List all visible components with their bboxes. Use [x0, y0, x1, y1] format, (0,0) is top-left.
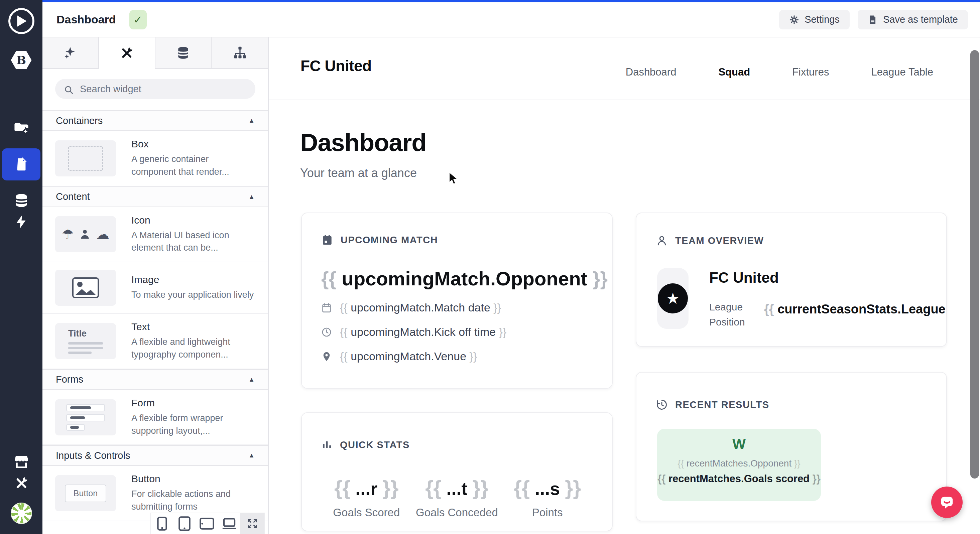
binding-close-brace: }}: [794, 458, 800, 469]
binding-open-brace: {{: [321, 268, 336, 289]
widget-description: To make your application lively: [131, 289, 255, 301]
binding-open-brace: {{: [334, 476, 350, 499]
icon-thumbnail: ☂ ☁: [55, 216, 116, 252]
builder-left-rail: B: [0, 0, 43, 534]
sparkles-icon: [63, 45, 78, 60]
tablet-icon: [178, 516, 191, 531]
widget-description: A generic container component that rende…: [131, 153, 255, 178]
opponent-binding: {{ upcomingMatch.Opponent }}: [321, 267, 593, 290]
storefront-icon: [13, 454, 29, 470]
binding-open-brace: {{: [340, 326, 348, 338]
binding-text: upcomingMatch.Kick off time: [351, 326, 496, 338]
widget-info: Image To make your application lively: [131, 274, 255, 301]
league-position-label: League Position: [709, 299, 756, 329]
stat-value: ...t: [447, 478, 468, 499]
binding-open-brace: {{: [657, 473, 665, 485]
budibase-logo[interactable]: B: [0, 49, 43, 71]
section-header-inputs-controls[interactable]: Inputs & Controls ▲: [43, 445, 268, 466]
rail-bottom-group: [0, 451, 43, 534]
stat-goals-scored: {{ ...r }} Goals Scored: [321, 476, 412, 519]
nav-link-league-table[interactable]: League Table: [871, 66, 933, 78]
section-title: Inputs & Controls: [56, 450, 248, 461]
widget-item-box[interactable]: Box A generic container component that r…: [43, 131, 268, 186]
save-as-template-button[interactable]: Save as template: [858, 10, 968, 29]
widget-description: For clickable actions and submitting for…: [131, 488, 255, 513]
stat-value: ...s: [535, 478, 560, 499]
app-name: FC United: [301, 57, 372, 75]
gear-icon: [789, 15, 799, 25]
tools-tab-icon: [119, 46, 134, 60]
score-binding: {{ recentMatches.Goals scored }}: [657, 473, 821, 485]
form-thumbnail: [55, 399, 116, 435]
widget-item-image[interactable]: Image To make your application lively: [43, 262, 268, 314]
binding-close-brace: }}: [469, 350, 477, 362]
cloud-icon: ☁: [96, 227, 109, 242]
image-icon: [72, 277, 99, 299]
card-team-overview[interactable]: TEAM OVERVIEW ★ FC United League Positio…: [636, 213, 947, 347]
rail-item-design-active[interactable]: [2, 148, 40, 180]
card-recent-results[interactable]: RECENT RESULTS W {{ recentMatches.Oppone…: [636, 372, 947, 521]
builder-top-bar: Dashboard ✓ Settings: [43, 2, 980, 37]
app-preview-canvas: FC United Dashboard Squad Fixtures Leagu…: [269, 37, 980, 534]
user-avatar[interactable]: [11, 502, 32, 524]
device-tablet-landscape-button[interactable]: [196, 513, 218, 534]
rail-item-apps[interactable]: [0, 118, 43, 139]
collapse-triangle-icon: ▲: [248, 193, 255, 200]
nav-link-squad[interactable]: Squad: [718, 66, 750, 78]
rail-item-automations[interactable]: [0, 211, 43, 233]
binding-open-brace: {{: [425, 476, 441, 499]
rail-item-data[interactable]: [0, 190, 43, 211]
canvas-scrollbar[interactable]: [970, 50, 979, 478]
widget-info: Icon A Material UI based icon element th…: [131, 215, 255, 254]
widget-item-text[interactable]: Title Text A flexible and lightweight ty…: [43, 314, 268, 369]
widget-info: Text A flexible and lightweight typograp…: [131, 321, 255, 361]
section-header-content[interactable]: Content ▲: [43, 186, 268, 207]
result-letter: W: [657, 436, 821, 452]
tab-ai[interactable]: [43, 37, 99, 69]
widget-name: Image: [131, 274, 255, 285]
section-header-containers[interactable]: Containers ▲: [43, 110, 268, 131]
device-tablet-button[interactable]: [173, 513, 196, 534]
panel-tabs: [43, 37, 268, 69]
tab-widgets-active[interactable]: [99, 37, 156, 69]
widget-item-form[interactable]: Form A flexible form wrapper supporting …: [43, 390, 268, 445]
binding-text: upcomingMatch.Opponent: [342, 268, 587, 289]
tab-structure[interactable]: [212, 37, 268, 69]
section-title: Containers: [56, 115, 248, 126]
card-upcoming-match[interactable]: UPCOMING MATCH {{ upcomingMatch.Opponent…: [301, 213, 612, 389]
device-fullscreen-button[interactable]: [240, 513, 264, 534]
widget-item-icon[interactable]: ☂ ☁ Icon A Material UI based icon elemen…: [43, 207, 268, 263]
binding-open-brace: {{: [764, 302, 774, 316]
device-laptop-button[interactable]: [218, 513, 240, 534]
section-header-forms[interactable]: Forms ▲: [43, 369, 268, 390]
settings-button[interactable]: Settings: [779, 10, 850, 29]
location-pin-icon: [321, 351, 332, 362]
search-input[interactable]: [55, 79, 255, 99]
collapse-triangle-icon: ▲: [248, 117, 255, 124]
bar-chart-icon: [321, 439, 332, 450]
device-phone-button[interactable]: [151, 513, 173, 534]
image-thumbnail: [55, 270, 116, 306]
binding-close-brace: }}: [493, 301, 501, 314]
binding-text: recentMatches.Opponent: [687, 458, 791, 469]
binding-close-brace: }}: [473, 476, 488, 499]
nav-link-fixtures[interactable]: Fixtures: [792, 66, 829, 78]
widget-name: Text: [131, 321, 255, 332]
team-badge: ★: [658, 283, 688, 313]
league-position-binding: {{ currentSeasonStats.League position }}: [764, 302, 947, 316]
rail-item-settings-tools[interactable]: [0, 472, 43, 494]
topbar-actions: Settings Save as template: [779, 10, 968, 29]
stat-value: ...r: [355, 478, 377, 499]
form-thumb-graphic: [66, 404, 105, 431]
binding-close-brace: }}: [382, 476, 398, 499]
rail-item-plugins[interactable]: [0, 451, 43, 472]
phone-icon: [157, 517, 167, 531]
fullscreen-arrows-icon: [246, 517, 259, 530]
nav-link-dashboard[interactable]: Dashboard: [626, 66, 676, 78]
text-line: [68, 347, 103, 349]
tab-data-sources[interactable]: [156, 37, 212, 69]
text-line: [68, 351, 92, 354]
chat-launcher-button[interactable]: [931, 486, 963, 518]
card-quick-stats[interactable]: QUICK STATS {{ ...r }} Goals Scored {{ .…: [301, 412, 612, 531]
preview-play-button[interactable]: [8, 8, 34, 34]
